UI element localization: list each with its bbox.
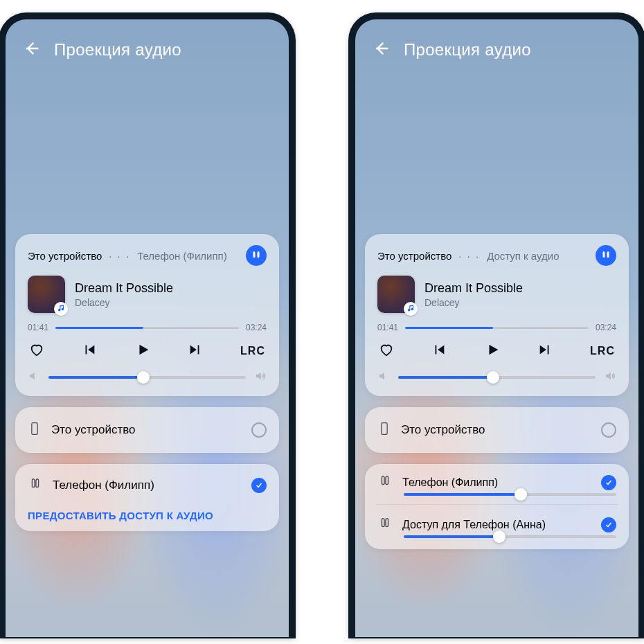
album-art[interactable] <box>28 276 65 313</box>
earbuds-icon[interactable] <box>596 245 616 266</box>
volume-slider[interactable] <box>48 376 246 379</box>
phone-screen: Проекция аудио Это устройство · · · Дост… <box>355 19 638 637</box>
music-app-icon <box>56 304 66 314</box>
phone-frame-right: Проекция аудио Это устройство · · · Дост… <box>350 14 644 637</box>
album-art[interactable] <box>377 276 415 313</box>
progress-bar[interactable] <box>405 327 589 329</box>
radio-unselected[interactable] <box>251 422 267 438</box>
phone-frame-left: Проекция аудио Это устройство · · · Теле… <box>0 14 294 637</box>
volume-low-icon <box>377 370 390 385</box>
next-button[interactable] <box>537 342 553 360</box>
back-button[interactable] <box>372 39 391 61</box>
device-volume-slider[interactable] <box>404 535 616 538</box>
svg-rect-1 <box>382 423 387 435</box>
volume-low-icon <box>28 370 40 385</box>
play-button[interactable] <box>135 342 150 360</box>
player-controls: LRC <box>28 342 267 360</box>
earbuds-outline-icon <box>377 474 393 492</box>
device-this[interactable]: Это устройство <box>365 407 629 453</box>
track-title: Dream It Possible <box>424 281 523 296</box>
phone-screen: Проекция аудио Это устройство · · · Теле… <box>6 19 289 637</box>
volume-slider[interactable] <box>398 376 596 379</box>
lyrics-button[interactable]: LRC <box>590 345 615 357</box>
radio-selected[interactable] <box>601 475 616 490</box>
now-playing: Dream It Possible Delacey <box>377 276 616 313</box>
volume-high-icon <box>254 370 267 385</box>
volume-fill <box>404 535 499 538</box>
device-label: Доступ для Телефон (Анна) <box>402 519 591 531</box>
time-elapsed: 01:41 <box>377 323 398 332</box>
divider <box>376 504 618 505</box>
track-artist: Delacey <box>75 297 173 308</box>
volume-row <box>377 370 616 385</box>
source-breadcrumb[interactable]: Это устройство · · · Телефон (Филипп) <box>28 245 267 266</box>
volume-fill <box>48 376 143 379</box>
volume-thumb[interactable] <box>493 530 506 543</box>
volume-high-icon <box>604 370 616 385</box>
svg-rect-0 <box>32 423 37 435</box>
prev-button[interactable] <box>431 342 447 360</box>
prev-button[interactable] <box>82 342 97 360</box>
player-controls: LRC <box>377 342 616 360</box>
source-breadcrumb[interactable]: Это устройство · · · Доступ к аудио <box>377 245 616 266</box>
volume-row <box>28 370 267 385</box>
progress-fill <box>55 327 143 329</box>
progress-row[interactable]: 01:41 03:24 <box>28 323 267 332</box>
progress-bar[interactable] <box>55 327 239 329</box>
phone-icon <box>377 420 391 440</box>
device-label: Телефон (Филипп) <box>53 478 242 492</box>
crumb-dots: · · · <box>458 250 480 262</box>
music-app-icon <box>406 304 415 314</box>
share-audio-link[interactable]: ПРЕДОСТАВИТЬ ДОСТУП К АУДИО <box>15 507 279 531</box>
volume-thumb[interactable] <box>487 371 499 384</box>
now-playing: Dream It Possible Delacey <box>28 276 267 313</box>
play-button[interactable] <box>485 342 500 360</box>
device-philipp[interactable]: Телефон (Филипп) <box>365 468 629 493</box>
device-label: Это устройство <box>401 423 591 437</box>
device-this[interactable]: Это устройство <box>15 407 279 453</box>
radio-selected[interactable] <box>601 517 616 533</box>
device-philipp[interactable]: Телефон (Филипп) <box>15 464 279 507</box>
crumb-target: Телефон (Филипп) <box>137 250 227 262</box>
crumb-dots: · · · <box>109 250 130 262</box>
volume-thumb[interactable] <box>515 488 527 501</box>
earbuds-outline-icon <box>377 516 393 534</box>
device-label: Это устройство <box>51 423 242 437</box>
progress-row[interactable]: 01:41 03:24 <box>377 323 616 332</box>
track-artist: Delacey <box>424 297 523 308</box>
crumb-this-device: Это устройство <box>377 250 451 262</box>
volume-thumb[interactable] <box>137 371 150 384</box>
favorite-button[interactable] <box>29 342 44 360</box>
next-button[interactable] <box>188 342 203 360</box>
time-total: 03:24 <box>246 323 267 332</box>
page-title: Проекция аудио <box>54 40 181 60</box>
radio-unselected[interactable] <box>601 422 616 438</box>
time-elapsed: 01:41 <box>28 323 48 332</box>
header: Проекция аудио <box>6 19 289 68</box>
earbuds-icon[interactable] <box>246 245 267 266</box>
device-philipp-card: Телефон (Филипп) ПРЕДОСТАВИТЬ ДОСТУП К А… <box>15 464 279 531</box>
crumb-target: Доступ к аудио <box>487 250 559 262</box>
earbuds-outline-icon <box>28 476 43 494</box>
header: Проекция аудио <box>355 19 638 68</box>
player-card: Это устройство · · · Телефон (Филипп) Dr… <box>15 234 279 396</box>
player-card: Это устройство · · · Доступ к аудио Drea… <box>365 234 629 396</box>
volume-fill <box>404 493 521 496</box>
time-total: 03:24 <box>596 323 616 332</box>
crumb-this-device: Это устройство <box>28 250 102 262</box>
page-title: Проекция аудио <box>404 40 531 60</box>
device-volume-slider[interactable] <box>404 493 616 496</box>
progress-fill <box>405 327 493 329</box>
device-label: Телефон (Филипп) <box>402 476 591 489</box>
shared-devices-card: Телефон (Филипп) Доступ для Телефон (Анн… <box>365 464 629 549</box>
favorite-button[interactable] <box>379 342 394 360</box>
radio-selected[interactable] <box>251 478 267 493</box>
lyrics-button[interactable]: LRC <box>240 345 265 357</box>
track-title: Dream It Possible <box>75 281 173 296</box>
volume-fill <box>398 376 493 379</box>
phone-icon <box>28 420 42 440</box>
back-button[interactable] <box>22 39 42 61</box>
